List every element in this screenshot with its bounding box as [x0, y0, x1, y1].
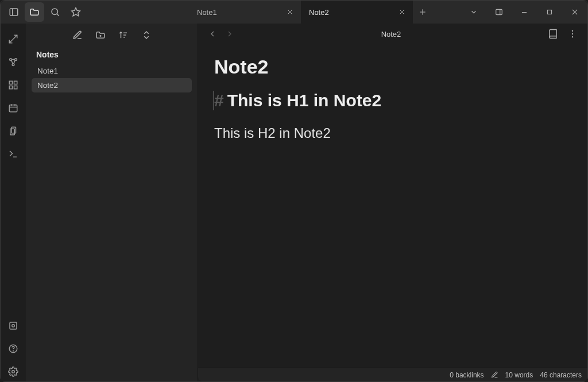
status-edit-mode[interactable] — [491, 371, 498, 379]
graph-view-button[interactable] — [3, 52, 23, 72]
svg-marker-4 — [72, 8, 80, 16]
svg-rect-32 — [10, 129, 15, 135]
svg-point-37 — [13, 350, 14, 351]
nav-forward-button[interactable] — [222, 26, 237, 41]
main-body: Notes Note1 Note2 Note2 — [1, 24, 587, 381]
sort-button[interactable] — [116, 28, 131, 43]
svg-rect-31 — [11, 127, 16, 133]
titlebar: Note1 Note2 — [1, 1, 587, 24]
search-button[interactable] — [45, 2, 65, 22]
tab-label: Note2 — [309, 8, 329, 17]
editor-header: Note2 — [198, 24, 587, 44]
templates-button[interactable] — [3, 121, 23, 141]
heading-2-text[interactable]: This is H2 in Note2 — [214, 125, 571, 141]
file-item-note1[interactable]: Note1 — [32, 64, 192, 78]
command-palette-button[interactable] — [3, 144, 23, 164]
markdown-h1-marker: # — [214, 91, 224, 110]
svg-point-2 — [52, 9, 58, 15]
status-bar: 0 backlinks 10 words 46 characters — [198, 368, 587, 381]
svg-line-20 — [11, 60, 13, 64]
new-folder-button[interactable] — [93, 28, 108, 43]
vault-button[interactable] — [3, 316, 23, 335]
more-options-button[interactable] — [564, 26, 581, 42]
svg-rect-25 — [9, 86, 12, 89]
svg-point-38 — [12, 371, 15, 373]
window-controls — [461, 1, 587, 24]
quick-switcher-button[interactable] — [3, 29, 23, 49]
vault-title[interactable]: Notes — [26, 47, 198, 64]
svg-rect-26 — [14, 86, 17, 89]
bookmarks-button[interactable] — [66, 2, 86, 22]
maximize-button[interactable] — [537, 1, 562, 24]
document-title[interactable]: Note2 — [214, 56, 571, 78]
tab-note2[interactable]: Note2 — [301, 1, 413, 24]
help-button[interactable] — [3, 339, 23, 358]
status-chars[interactable]: 46 characters — [540, 371, 582, 379]
tab-menu-button[interactable] — [461, 1, 486, 24]
close-window-button[interactable] — [562, 1, 587, 24]
file-item-note2[interactable]: Note2 — [32, 78, 192, 92]
file-sidebar: Notes Note1 Note2 — [26, 24, 198, 381]
tab-note1[interactable]: Note1 — [189, 1, 301, 24]
tab-close-button[interactable] — [397, 7, 407, 17]
new-tab-button[interactable] — [413, 1, 432, 24]
editor-nav — [205, 26, 237, 41]
collapse-button[interactable] — [139, 28, 154, 43]
svg-point-35 — [12, 325, 15, 327]
canvas-button[interactable] — [3, 75, 23, 95]
svg-rect-27 — [9, 105, 17, 112]
minimize-button[interactable] — [512, 1, 537, 24]
sidebar-toolbar — [26, 24, 198, 47]
status-words[interactable]: 10 words — [505, 371, 533, 379]
svg-line-3 — [57, 14, 59, 16]
status-backlinks[interactable]: 0 backlinks — [450, 371, 483, 379]
svg-point-45 — [572, 30, 573, 32]
tab-label: Note1 — [197, 8, 217, 17]
svg-rect-0 — [10, 9, 18, 16]
tab-close-button[interactable] — [285, 7, 295, 17]
reading-mode-button[interactable] — [545, 26, 561, 42]
svg-rect-34 — [10, 322, 17, 329]
file-list: Note1 Note2 — [26, 64, 198, 92]
files-button[interactable] — [25, 2, 44, 22]
app-window: Note1 Note2 — [0, 0, 588, 382]
daily-note-button[interactable] — [3, 98, 23, 118]
svg-rect-24 — [14, 81, 17, 84]
titlebar-left — [1, 2, 86, 22]
toggle-left-sidebar-button[interactable] — [4, 2, 24, 22]
heading-1-line[interactable]: # This is H1 in Note2 — [214, 91, 571, 110]
editor-breadcrumb[interactable]: Note2 — [242, 30, 540, 38]
nav-back-button[interactable] — [205, 26, 220, 41]
svg-rect-14 — [548, 10, 552, 14]
svg-line-21 — [14, 60, 16, 64]
editor-actions — [545, 26, 581, 42]
svg-rect-23 — [9, 81, 12, 84]
svg-point-46 — [572, 33, 573, 34]
svg-point-47 — [572, 36, 573, 37]
svg-rect-11 — [496, 9, 502, 14]
settings-button[interactable] — [3, 362, 23, 381]
tab-bar: Note1 Note2 — [189, 1, 461, 24]
left-ribbon — [1, 24, 26, 381]
new-note-button[interactable] — [70, 28, 85, 43]
heading-1-text: This is H1 in Note2 — [227, 91, 381, 110]
editor-content[interactable]: Note2 # This is H1 in Note2 This is H2 i… — [198, 44, 587, 368]
toggle-right-sidebar-button[interactable] — [486, 1, 512, 24]
editor-pane: Note2 Note2 # This is H1 in Note2 This i… — [198, 24, 587, 381]
